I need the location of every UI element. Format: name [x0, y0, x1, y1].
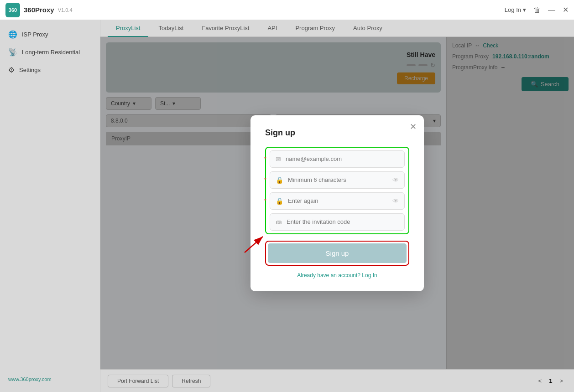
tab-auto-proxy[interactable]: Auto Proxy — [345, 20, 391, 37]
lock-icon: 🔒 — [276, 176, 283, 184]
password-toggle-icon[interactable]: 👁 — [392, 176, 399, 184]
sidebar-item-label: Settings — [19, 67, 41, 73]
refresh-button[interactable]: Refresh — [172, 375, 210, 387]
content-main: Still Have ↻ Recharge Country ▾ — [100, 37, 574, 369]
sidebar: 🌐 ISP Proxy 📡 Long-term Residential ⚙ Se… — [0, 20, 100, 392]
envelope-icon: ✉ — [276, 155, 281, 163]
login-button[interactable]: Log In ▾ — [505, 6, 526, 13]
sidebar-item-settings[interactable]: ⚙ Settings — [0, 61, 100, 79]
ticket-icon: 🎟 — [276, 218, 282, 226]
signup-btn-wrapper: Sign up — [265, 241, 409, 266]
confirm-field-wrapper: 🔒 👁 — [270, 192, 405, 210]
signup-btn-container: Sign up — [265, 241, 409, 266]
svg-line-1 — [245, 237, 263, 253]
confirm-toggle-icon[interactable]: 👁 — [392, 197, 399, 205]
modal-footer: Already have an account? Log In — [265, 272, 409, 279]
required-star-email: * — [264, 156, 266, 162]
bottom-buttons: Port Forward List Refresh — [108, 375, 210, 387]
antenna-icon: 📡 — [8, 48, 17, 57]
already-account-text: Already have an account? — [297, 272, 360, 279]
form-fields-group: * ✉ * 🔒 👁 — [265, 147, 409, 234]
invite-input[interactable] — [287, 218, 399, 225]
content-area: ProxyList TodayList Favorite ProxyList A… — [100, 20, 574, 392]
titlebar-right: Log In ▾ 🗑 — ✕ — [505, 5, 569, 14]
globe-icon: 🌐 — [8, 30, 17, 39]
required-star-confirm: * — [264, 198, 266, 204]
password-field-wrapper: 🔒 👁 — [270, 171, 405, 189]
page-number: 1 — [549, 377, 552, 384]
email-input[interactable] — [286, 155, 399, 162]
minimize-icon[interactable]: — — [548, 6, 555, 14]
main-layout: 🌐 ISP Proxy 📡 Long-term Residential ⚙ Se… — [0, 20, 574, 392]
tabs-bar: ProxyList TodayList Favorite ProxyList A… — [100, 20, 574, 37]
titlebar: 360 360Proxy V1.0.4 Log In ▾ 🗑 — ✕ — [0, 0, 574, 20]
invite-form-group: 🎟 — [270, 213, 405, 231]
email-field-wrapper: ✉ — [270, 150, 405, 168]
confirm-password-form-group: * 🔒 👁 — [270, 192, 405, 210]
invite-field-wrapper: 🎟 — [270, 213, 405, 231]
tab-favorite-proxylist[interactable]: Favorite ProxyList — [193, 20, 257, 37]
modal-close-button[interactable]: ✕ — [410, 122, 417, 132]
required-star-password: * — [264, 177, 266, 183]
titlebar-left: 360 360Proxy V1.0.4 — [5, 3, 73, 17]
sidebar-item-longterm-residential[interactable]: 📡 Long-term Residential — [0, 43, 100, 61]
password-form-group: * 🔒 👁 — [270, 171, 405, 189]
signup-button[interactable]: Sign up — [268, 243, 407, 263]
close-icon[interactable]: ✕ — [563, 5, 569, 14]
settings-icon: ⚙ — [8, 66, 15, 74]
arrow-annotation — [240, 232, 267, 257]
app-version: V1.0.4 — [58, 7, 73, 13]
tab-proxylist[interactable]: ProxyList — [108, 20, 148, 37]
sidebar-item-label: Long-term Residential — [22, 49, 80, 56]
page-next-button[interactable]: > — [556, 376, 567, 386]
tab-todaylist[interactable]: TodayList — [150, 20, 192, 37]
port-forward-list-button[interactable]: Port Forward List — [108, 375, 168, 387]
password-input[interactable] — [288, 176, 388, 183]
email-form-group: * ✉ — [270, 150, 405, 168]
page-prev-button[interactable]: < — [535, 376, 546, 386]
tab-program-proxy[interactable]: Program Proxy — [287, 20, 343, 37]
confirm-password-input[interactable] — [288, 197, 388, 204]
app-logo: 360 — [5, 3, 20, 17]
pagination: < 1 > — [535, 376, 567, 386]
modal-overlay: ✕ Sign up * ✉ — [100, 37, 574, 369]
login-link[interactable]: Log In — [362, 272, 377, 279]
modal-title: Sign up — [265, 128, 409, 138]
trash-icon[interactable]: 🗑 — [533, 6, 541, 14]
sidebar-item-label: ISP Proxy — [22, 31, 48, 38]
bottom-bar: Port Forward List Refresh < 1 > — [100, 369, 574, 392]
app-name: 360Proxy — [24, 6, 54, 14]
tab-api[interactable]: API — [259, 20, 285, 37]
sidebar-footer: www.360proxy.com — [0, 372, 100, 387]
sidebar-item-isp-proxy[interactable]: 🌐 ISP Proxy — [0, 26, 100, 43]
signup-modal: ✕ Sign up * ✉ — [250, 115, 424, 291]
lock-confirm-icon: 🔒 — [276, 197, 283, 205]
